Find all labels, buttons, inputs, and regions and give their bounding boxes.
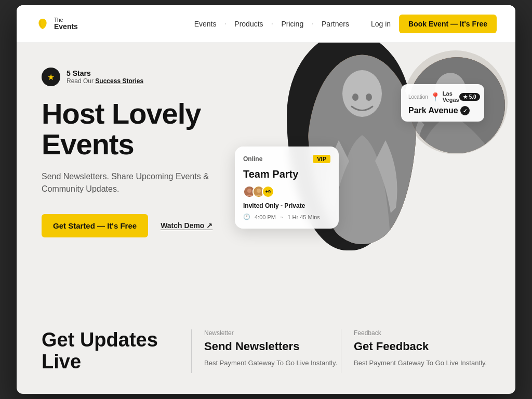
hero-description: Send Newsletters. Share Upcoming Events … bbox=[42, 170, 218, 195]
card-duration: 1 Hr 45 Mins bbox=[287, 214, 320, 220]
event-card: Online VIP Team Party bbox=[235, 147, 339, 229]
stars-text: 5 Stars Read Our Success Stories bbox=[66, 69, 143, 85]
svg-point-9 bbox=[257, 189, 261, 193]
nav-products[interactable]: Products bbox=[229, 17, 268, 31]
nav-links: Events • Products • Pricing • Partners bbox=[189, 17, 354, 31]
navbar: The Events Events • Products • Pricing •… bbox=[17, 5, 515, 43]
nav-actions: Log in Book Event — It's Free bbox=[371, 15, 497, 33]
feedback-label: Feedback bbox=[354, 329, 490, 337]
svg-point-3 bbox=[366, 94, 372, 101]
logo-text: The Events bbox=[54, 17, 78, 31]
card-badge-vip: VIP bbox=[313, 155, 330, 163]
hero-section: ★ 5 Stars Read Our Success Stories Host … bbox=[17, 43, 515, 313]
newsletter-desc: Best Payment Gateway To Go Live Instantl… bbox=[204, 358, 341, 368]
location-city: Las Vegas bbox=[443, 90, 459, 103]
card-avatars: +9 bbox=[243, 185, 330, 198]
star-icon: ★ bbox=[42, 68, 60, 86]
success-stories-link[interactable]: Success Stories bbox=[95, 77, 143, 85]
logo-icon bbox=[35, 17, 50, 31]
nav-pricing[interactable]: Pricing bbox=[276, 17, 309, 31]
card-top: Online VIP bbox=[243, 155, 330, 163]
verified-icon: ✓ bbox=[460, 106, 470, 115]
card-title: Team Party bbox=[243, 168, 330, 180]
bottom-section: Get Updates Live Newsletter Send Newslet… bbox=[17, 313, 515, 394]
login-button[interactable]: Log in bbox=[371, 20, 391, 28]
nav-separator-1: • bbox=[225, 21, 227, 26]
nav-separator-3: • bbox=[312, 21, 313, 26]
location-top: Location 📍 Las Vegas ★ 5.0 bbox=[408, 90, 477, 103]
card-invite: Invited Only - Private bbox=[243, 202, 330, 209]
location-rating: ★ 5.0 bbox=[459, 93, 480, 101]
meta-separator: ~ bbox=[280, 214, 283, 220]
nav-events[interactable]: Events bbox=[189, 17, 222, 31]
pin-icon: 📍 bbox=[430, 92, 441, 102]
newsletter-col: Newsletter Send Newsletters Best Payment… bbox=[191, 329, 341, 373]
location-name: Park Avenue ✓ bbox=[408, 106, 477, 115]
location-label: Location bbox=[408, 94, 428, 100]
location-card: Location 📍 Las Vegas ★ 5.0 Park Avenue ✓ bbox=[401, 84, 484, 122]
feedback-col: Feedback Get Feedback Best Payment Gatew… bbox=[341, 329, 490, 373]
get-started-button[interactable]: Get Started — It's Free bbox=[42, 214, 148, 237]
feedback-desc: Best Payment Gateway To Go Live Instantl… bbox=[354, 358, 490, 368]
card-badge-online: Online bbox=[243, 155, 262, 163]
stars-label: 5 Stars bbox=[66, 69, 143, 77]
nav-separator-2: • bbox=[272, 21, 273, 26]
svg-point-2 bbox=[352, 94, 358, 101]
newsletter-title: Send Newsletters bbox=[204, 340, 341, 353]
stars-badge: ★ 5 Stars Read Our Success Stories bbox=[42, 68, 270, 86]
svg-point-7 bbox=[247, 189, 251, 193]
bottom-title: Get Updates Live bbox=[42, 329, 191, 373]
stars-sub: Read Our Success Stories bbox=[66, 77, 143, 85]
book-event-button[interactable]: Book Event — It's Free bbox=[399, 15, 497, 33]
star-small-icon: ★ bbox=[463, 94, 468, 100]
card-time: 4:00 PM bbox=[255, 214, 276, 220]
newsletter-label: Newsletter bbox=[204, 329, 341, 337]
watch-demo-button[interactable]: Watch Demo ↗ bbox=[161, 221, 212, 230]
nav-partners[interactable]: Partners bbox=[316, 17, 354, 31]
feedback-title: Get Feedback bbox=[354, 340, 490, 353]
avatar-more: +9 bbox=[262, 185, 274, 198]
bottom-left: Get Updates Live bbox=[42, 329, 191, 373]
card-meta: 🕐 4:00 PM ~ 1 Hr 45 Mins bbox=[243, 214, 330, 220]
rating-value: 5.0 bbox=[469, 94, 476, 100]
logo[interactable]: The Events bbox=[35, 17, 78, 31]
clock-icon: 🕐 bbox=[243, 214, 250, 220]
